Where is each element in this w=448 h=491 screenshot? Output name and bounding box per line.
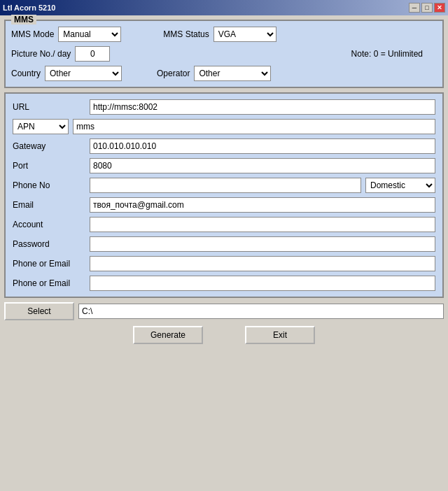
email-input[interactable] — [90, 197, 435, 213]
email-label: Email — [13, 200, 90, 210]
phone-email2-label: Phone or Email — [13, 278, 90, 288]
mms-status-label: MMS Status — [163, 29, 209, 39]
phone-email2-input[interactable] — [90, 276, 435, 291]
picture-label: Picture No./ day — [11, 49, 71, 59]
mms-mode-label: MMS Mode — [11, 29, 54, 39]
url-label: URL — [13, 102, 90, 112]
select-path-input[interactable] — [78, 304, 444, 319]
phone-no-input[interactable] — [90, 178, 361, 193]
country-select[interactable]: Other — [45, 66, 122, 81]
phone-email1-row: Phone or Email — [13, 256, 435, 271]
phone-email2-row: Phone or Email — [13, 276, 435, 291]
domestic-select[interactable]: Domestic International — [365, 178, 435, 193]
email-row: Email — [13, 197, 435, 213]
mms-mode-row: MMS Mode Manual Auto MMS Status VGA QVGA — [11, 27, 437, 42]
url-input[interactable] — [90, 99, 435, 115]
phone-email1-label: Phone or Email — [13, 259, 90, 269]
phone-row: Phone No Domestic International — [13, 178, 435, 193]
picture-input[interactable] — [75, 46, 110, 62]
action-bar: Generate Exit — [4, 326, 444, 344]
port-input[interactable] — [90, 158, 435, 173]
minimize-button[interactable]: ─ — [409, 3, 420, 13]
apn-select[interactable]: APN WAP — [13, 119, 69, 134]
gateway-input[interactable] — [90, 138, 435, 154]
maximize-button[interactable]: □ — [421, 3, 433, 13]
port-row: Port — [13, 158, 435, 173]
window-body: MMS MMS Mode Manual Auto MMS Status VGA … — [0, 15, 448, 491]
url-row: URL — [13, 99, 435, 115]
country-label: Country — [11, 69, 41, 78]
country-operator-row: Country Other Operator Other — [11, 66, 437, 81]
operator-select[interactable]: Other — [194, 66, 271, 81]
group-label: MMS — [11, 15, 36, 24]
password-input[interactable] — [90, 236, 435, 252]
password-label: Password — [13, 239, 90, 249]
password-row: Password — [13, 236, 435, 252]
bottom-bar: Select — [4, 302, 444, 320]
apn-input[interactable] — [73, 119, 435, 134]
mms-mode-select[interactable]: Manual Auto — [58, 27, 121, 42]
port-label: Port — [13, 161, 90, 171]
phone-no-label: Phone No — [13, 180, 90, 190]
generate-button[interactable]: Generate — [133, 326, 203, 344]
picture-note: Note: 0 = Unlimited — [351, 49, 423, 59]
mms-group: MMS MMS Mode Manual Auto MMS Status VGA … — [4, 20, 444, 88]
gateway-row: Gateway — [13, 138, 435, 154]
title-buttons: ─ □ ✕ — [409, 3, 445, 13]
account-label: Account — [13, 220, 90, 229]
select-button[interactable]: Select — [4, 302, 74, 320]
gateway-label: Gateway — [13, 141, 90, 151]
title-text: LtI Acorn 5210 — [3, 3, 55, 12]
close-button[interactable]: ✕ — [434, 3, 445, 13]
account-row: Account — [13, 217, 435, 232]
title-bar: LtI Acorn 5210 ─ □ ✕ — [0, 0, 448, 15]
picture-row: Picture No./ day Note: 0 = Unlimited — [11, 46, 437, 62]
apn-row: APN WAP — [13, 119, 435, 134]
exit-button[interactable]: Exit — [245, 326, 315, 344]
phone-email1-input[interactable] — [90, 256, 435, 271]
operator-label: Operator — [157, 69, 190, 78]
form-section: URL APN WAP Gateway Port Phone No Dome — [4, 92, 444, 298]
mms-status-select[interactable]: VGA QVGA — [214, 27, 276, 42]
account-input[interactable] — [90, 217, 435, 232]
